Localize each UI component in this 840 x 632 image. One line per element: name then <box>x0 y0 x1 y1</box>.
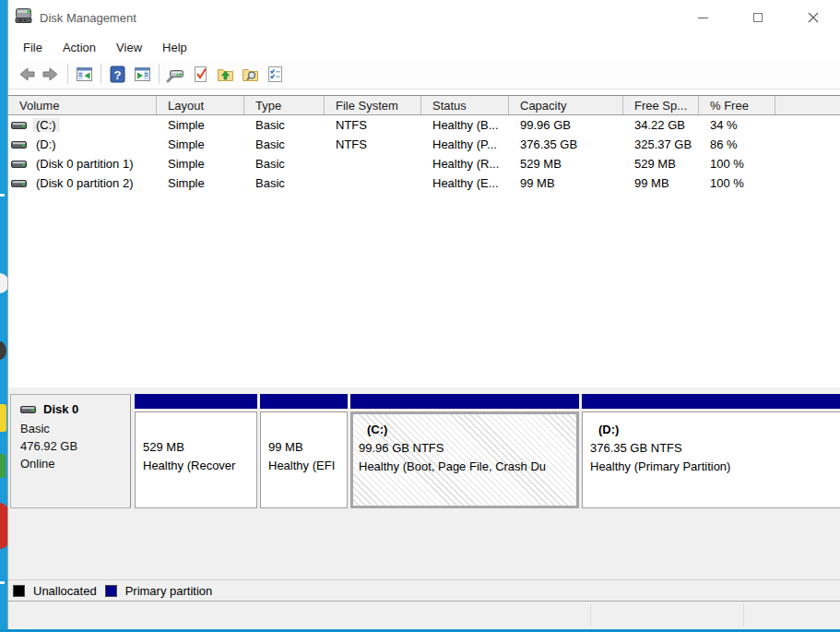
column-header-pct-free[interactable]: % Free <box>699 96 775 114</box>
volume-free-space: 529 MB <box>623 157 699 171</box>
volume-icon <box>11 180 27 187</box>
partition-label: (C:) <box>359 421 574 439</box>
folder-up-button[interactable] <box>213 62 238 86</box>
disk-tool-button[interactable] <box>163 62 188 86</box>
graphical-view: Disk 0 Basic 476.92 GB Online 529 MB Hea… <box>8 391 840 579</box>
volume-row-partition-1[interactable]: (Disk 0 partition 1) Simple Basic Health… <box>8 154 840 173</box>
disk-size: 476.92 GB <box>20 437 130 455</box>
volume-type: Basic <box>244 118 325 132</box>
volume-row-partition-2[interactable]: (Disk 0 partition 2) Simple Basic Health… <box>8 173 840 193</box>
desktop-icon-fragment <box>0 341 6 360</box>
volume-type: Basic <box>244 176 325 190</box>
disk-name: Disk 0 <box>43 402 78 416</box>
volume-capacity: 99 MB <box>509 176 623 190</box>
volume-icon <box>11 141 27 149</box>
column-header-status[interactable]: Status <box>421 96 509 114</box>
status-bar-separator <box>743 603 744 626</box>
show-action-pane-button[interactable] <box>130 62 155 86</box>
primary-partition-swatch <box>105 585 117 597</box>
desktop-icon-fragment <box>0 503 7 549</box>
toolbar-separator <box>101 64 101 84</box>
desktop-icon-fragment <box>0 194 5 197</box>
partition-efi[interactable]: 99 MB Healthy (EFI <box>260 394 348 508</box>
partition-size: 99 MB <box>268 438 345 457</box>
column-header-volume[interactable]: Volume <box>8 96 157 114</box>
help-button[interactable]: ? <box>105 62 130 86</box>
partition-status: Healthy (EFI <box>268 457 345 475</box>
partition-size: 529 MB <box>143 438 254 457</box>
folder-search-icon <box>240 64 261 85</box>
partition-color-band <box>582 394 840 409</box>
legend-primary-partition: Primary partition <box>105 584 213 598</box>
close-button[interactable] <box>799 4 827 31</box>
forward-button[interactable] <box>39 62 64 86</box>
desktop-background-sliver <box>0 0 7 629</box>
svg-text:?: ? <box>114 67 122 81</box>
desktop-icon-fragment <box>0 581 5 584</box>
action-pane-icon <box>132 64 153 85</box>
volume-status: Healthy (P... <box>421 137 509 151</box>
check-task-button[interactable] <box>188 62 213 86</box>
toolbar-separator <box>67 64 68 84</box>
volume-layout: Simple <box>157 157 244 171</box>
desktop-icon-fragment <box>0 454 6 478</box>
toolbar: ? <box>8 59 840 89</box>
volume-file-system: NTFS <box>325 118 421 132</box>
volume-status: Healthy (R... <box>421 157 509 171</box>
maximize-icon <box>753 13 763 22</box>
checklist-icon <box>265 64 286 85</box>
volume-pct-free: 100 % <box>699 176 775 190</box>
desktop-icon-fragment <box>0 404 6 432</box>
partition-c[interactable]: (C:) 99.96 GB NTFS Healthy (Boot, Page F… <box>350 394 579 508</box>
column-header-type[interactable]: Type <box>244 96 325 114</box>
console-tree-icon <box>74 64 95 85</box>
partition-label: (D:) <box>590 421 838 439</box>
window-title: Disk Management <box>40 11 136 25</box>
menu-view[interactable]: View <box>106 38 152 57</box>
partition-color-band <box>350 394 579 409</box>
check-task-icon <box>190 64 211 85</box>
menu-bar: File Action View Help <box>8 35 840 59</box>
volume-status: Healthy (B... <box>421 118 509 132</box>
volume-file-system: NTFS <box>325 137 421 151</box>
disk-0-info-panel[interactable]: Disk 0 Basic 476.92 GB Online <box>10 394 131 508</box>
menu-file[interactable]: File <box>13 38 53 57</box>
unallocated-swatch <box>13 585 25 597</box>
volume-pct-free: 86 % <box>699 137 775 151</box>
volume-name: (C:) <box>34 118 58 132</box>
title-bar[interactable]: Disk Management <box>8 0 840 35</box>
minimize-button[interactable] <box>689 4 716 31</box>
volume-row-d[interactable]: (D:) Simple Basic NTFS Healthy (P... 376… <box>8 135 840 154</box>
forward-icon <box>41 64 62 85</box>
back-icon <box>16 64 37 85</box>
partition-recovery[interactable]: 529 MB Healthy (Recover <box>135 394 257 508</box>
volume-free-space: 34.22 GB <box>623 118 699 132</box>
column-header-file-system[interactable]: File System <box>325 96 421 114</box>
partition-strip: 529 MB Healthy (Recover 99 MB Healthy (E… <box>135 394 840 508</box>
partition-color-band <box>260 394 348 409</box>
disk-tool-icon <box>165 64 186 85</box>
volume-list: Volume Layout Type File System Status Ca… <box>8 95 840 388</box>
column-header-filler <box>775 96 840 114</box>
help-icon: ? <box>107 64 128 85</box>
column-header-capacity[interactable]: Capacity <box>509 96 623 114</box>
maximize-button[interactable] <box>744 4 772 31</box>
column-header-free-space[interactable]: Free Sp... <box>623 96 699 114</box>
show-console-tree-button[interactable] <box>72 62 97 86</box>
disk-kind: Basic <box>20 420 130 437</box>
checklist-button[interactable] <box>263 62 288 86</box>
partition-d[interactable]: (D:) 376.35 GB NTFS Healthy (Primary Par… <box>582 394 840 508</box>
volume-type: Basic <box>244 137 325 151</box>
volume-row-c[interactable]: (C:) Simple Basic NTFS Healthy (B... 99.… <box>8 115 840 135</box>
volume-pct-free: 34 % <box>699 118 775 132</box>
volume-name: (Disk 0 partition 1) <box>34 157 135 171</box>
folder-search-button[interactable] <box>238 62 263 86</box>
window-controls <box>689 0 840 35</box>
disk-icon <box>20 406 36 413</box>
legend-label: Primary partition <box>125 584 213 598</box>
legend-unallocated: Unallocated <box>13 584 97 598</box>
menu-action[interactable]: Action <box>53 38 106 57</box>
back-button[interactable] <box>14 62 39 86</box>
menu-help[interactable]: Help <box>152 38 197 57</box>
column-header-layout[interactable]: Layout <box>157 96 244 114</box>
